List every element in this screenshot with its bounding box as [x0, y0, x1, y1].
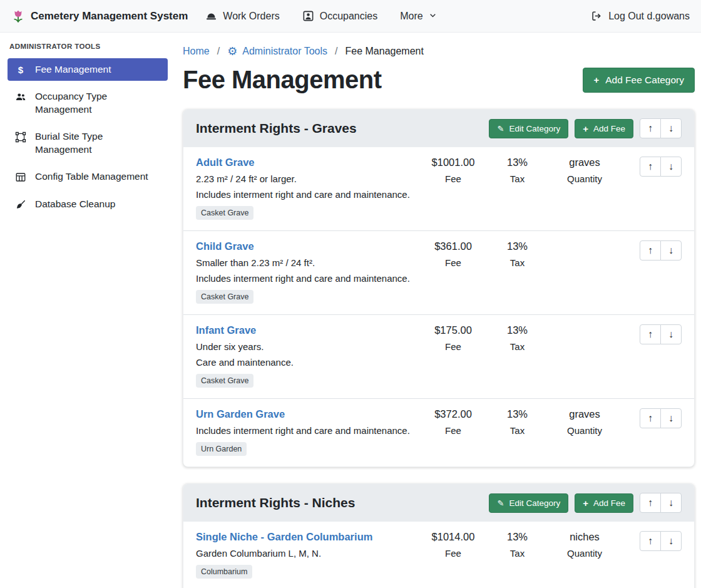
fee-quantity-column: niches Quantity	[547, 531, 622, 559]
fee-type-badge: Columbarium	[196, 565, 252, 579]
fee-tax-column: 13% Tax	[488, 240, 547, 268]
fee-move-up-button[interactable]: ↑	[640, 240, 661, 260]
plus-icon: +	[593, 75, 599, 85]
sidebar-item-burial-site-type[interactable]: Burial Site Type Management	[8, 125, 168, 161]
fee-category-card: Interment Rights - Niches ✎ Edit Categor…	[183, 483, 695, 588]
sidebar-heading: Administrator Tools	[9, 43, 168, 50]
fee-description: Includes interment right and care and ma…	[196, 189, 419, 200]
fee-amount: $372.00	[419, 408, 488, 420]
arrow-down-icon: ↓	[668, 498, 673, 508]
fee-move-up-button[interactable]: ↑	[640, 408, 661, 428]
fee-details: Adult Grave 2.23 m² / 24 ft² or larger. …	[196, 157, 419, 220]
fee-description: Includes interment right and care and ma…	[196, 425, 419, 436]
fee-tax: 13%	[488, 157, 547, 168]
add-fee-category-button[interactable]: + Add Fee Category	[583, 68, 695, 93]
logout-label: Log Out d.gowans	[608, 11, 690, 22]
table-icon	[14, 172, 27, 183]
fee-amount: $1014.00	[419, 531, 488, 543]
fee-type-badge: Urn Garden	[196, 442, 247, 456]
broom-icon	[14, 199, 27, 210]
fee-move-down-button[interactable]: ↓	[660, 324, 682, 344]
breadcrumb-home-link[interactable]: Home	[183, 46, 210, 57]
edit-category-button[interactable]: ✎ Edit Category	[489, 119, 568, 138]
category-move-up-button[interactable]: ↑	[640, 118, 661, 138]
app-brand[interactable]: Cemetery Management System	[11, 9, 188, 24]
arrow-up-icon: ↑	[648, 162, 653, 172]
breadcrumb: Home / ⚙ Administrator Tools / Fee Manag…	[183, 46, 695, 57]
nav-more-label: More	[400, 11, 422, 22]
category-move-down-button[interactable]: ↓	[660, 118, 682, 138]
sidebar-item-label: Database Cleanup	[35, 198, 115, 210]
arrow-up-icon: ↑	[648, 413, 653, 423]
fee-type-badge: Casket Grave	[196, 290, 253, 304]
pencil-icon: ✎	[497, 125, 504, 133]
sidebar-item-label: Config Table Management	[35, 170, 148, 183]
fee-tax-column: 13% Tax	[488, 324, 547, 352]
category-title: Interment Rights - Graves	[196, 121, 357, 136]
sidebar-item-label: Fee Management	[35, 63, 111, 76]
breadcrumb-admin-tools-link[interactable]: ⚙ Administrator Tools	[227, 46, 327, 57]
category-header: Interment Rights - Niches ✎ Edit Categor…	[183, 484, 694, 522]
sidebar-item-database-cleanup[interactable]: Database Cleanup	[8, 193, 168, 215]
fee-description: Care and maintenance.	[196, 357, 419, 368]
fee-name-link[interactable]: Urn Garden Grave	[196, 408, 285, 420]
fee-amount: $361.00	[419, 240, 488, 252]
fee-move-down-button[interactable]: ↓	[660, 157, 682, 177]
sidebar-item-label: Occupancy Type Management	[35, 90, 161, 116]
sidebar-item-config-table[interactable]: Config Table Management	[8, 165, 168, 188]
breadcrumb-separator: /	[335, 46, 337, 57]
dollar-icon: $	[14, 64, 27, 76]
people-icon	[14, 91, 27, 103]
category-move-down-button[interactable]: ↓	[660, 493, 682, 513]
fee-name-link[interactable]: Single Niche - Garden Columbarium	[196, 531, 372, 543]
sidebar-item-fee-management[interactable]: $ Fee Management	[8, 58, 168, 81]
fee-tax-column: 13% Tax	[488, 531, 547, 559]
fee-move-down-button[interactable]: ↓	[660, 531, 682, 551]
add-fee-button[interactable]: + Add Fee	[575, 493, 633, 513]
arrow-up-icon: ↑	[648, 329, 653, 339]
fee-details: Child Grave Smaller than 2.23 m² / 24 ft…	[196, 240, 419, 304]
fee-category-card: Interment Rights - Graves ✎ Edit Categor…	[183, 109, 695, 467]
page-title: Fee Management	[183, 66, 382, 94]
plus-icon: +	[583, 124, 588, 133]
arrow-down-icon: ↓	[668, 162, 673, 172]
fee-description: Under six years.	[196, 341, 419, 352]
category-title: Interment Rights - Niches	[196, 495, 355, 510]
vector-square-icon	[14, 132, 27, 143]
sidebar-item-occupancy-type[interactable]: Occupancy Type Management	[8, 85, 168, 121]
fee-move-down-button[interactable]: ↓	[660, 240, 682, 260]
fee-row: Urn Garden Grave Includes interment righ…	[183, 398, 694, 467]
nav-more[interactable]: More	[400, 11, 436, 22]
arrow-down-icon: ↓	[668, 536, 673, 546]
fee-amount: $175.00	[419, 324, 488, 336]
gear-icon: ⚙	[227, 46, 237, 57]
fee-move-up-button[interactable]: ↑	[640, 324, 661, 344]
pencil-icon: ✎	[497, 499, 504, 507]
fee-name-link[interactable]: Child Grave	[196, 240, 254, 252]
fee-details: Infant Grave Under six years. Care and m…	[196, 324, 419, 388]
hard-hat-icon	[205, 10, 217, 22]
logout-button[interactable]: Log Out d.gowans	[591, 10, 690, 22]
fee-tax-column: 13% Tax	[488, 157, 547, 184]
fee-details: Single Niche - Garden Columbarium Garden…	[196, 531, 419, 579]
fee-move-down-button[interactable]: ↓	[660, 408, 682, 428]
fee-quantity-unit: graves	[547, 408, 622, 420]
fee-description: Smaller than 2.23 m² / 24 ft².	[196, 257, 419, 268]
nav-occupancies[interactable]: Occupancies	[302, 10, 378, 22]
fee-move-up-button[interactable]: ↑	[640, 157, 661, 177]
fee-name-link[interactable]: Adult Grave	[196, 157, 255, 168]
fee-tax: 13%	[488, 324, 547, 336]
main-content: Home / ⚙ Administrator Tools / Fee Manag…	[175, 33, 701, 588]
edit-category-button[interactable]: ✎ Edit Category	[489, 493, 568, 513]
add-fee-button[interactable]: + Add Fee	[575, 119, 633, 138]
nav-work-orders[interactable]: Work Orders	[205, 10, 279, 22]
breadcrumb-separator: /	[217, 46, 220, 57]
chevron-down-icon	[429, 12, 437, 20]
fee-row: Adult Grave 2.23 m² / 24 ft² or larger. …	[183, 147, 694, 230]
nav-work-orders-label: Work Orders	[223, 11, 279, 22]
arrow-up-icon: ↑	[648, 123, 653, 133]
fee-name-link[interactable]: Infant Grave	[196, 324, 256, 336]
plus-icon: +	[583, 498, 588, 508]
fee-move-up-button[interactable]: ↑	[640, 531, 661, 551]
category-move-up-button[interactable]: ↑	[640, 493, 661, 513]
